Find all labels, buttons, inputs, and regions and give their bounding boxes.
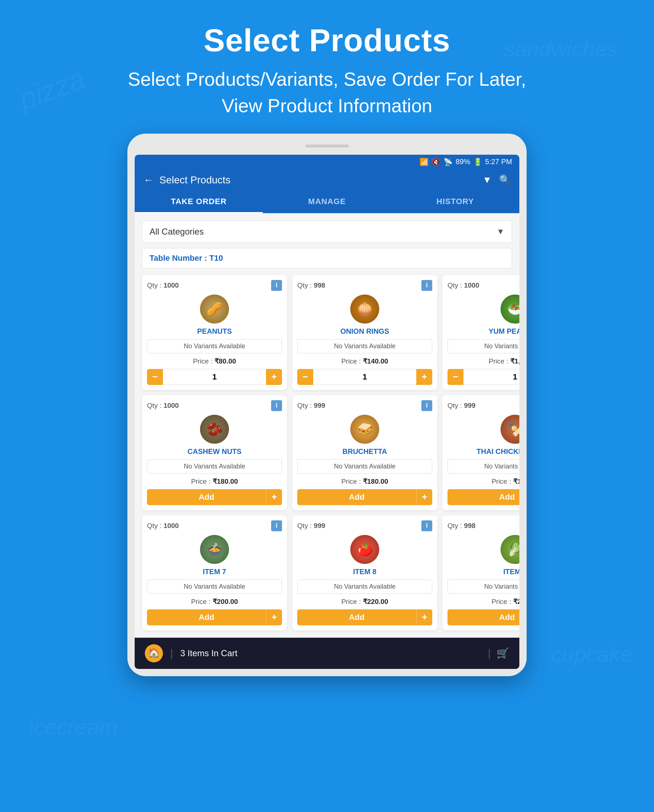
qty-label: Qty : 1000 [147,522,179,530]
add-plus-button[interactable]: + [416,489,432,505]
price-value: ₹140.00 [363,357,388,365]
qty-label: Qty : 998 [297,282,325,290]
tab-history[interactable]: HISTORY [391,191,520,213]
add-button[interactable]: Add [297,609,416,625]
qty-minus-button[interactable]: − [297,369,313,385]
add-button[interactable]: Add [448,489,520,505]
product-card: Qty : 1000 i 🫘 CASHEW NUTS No Variants A… [142,395,287,510]
tablet-notch [305,144,349,147]
card-header: Qty : 1000 i [147,400,282,411]
product-image: 🥜 [200,294,229,323]
product-name: BRUCHETTA [297,447,432,456]
qty-plus-button[interactable]: + [416,369,432,385]
price-text: Price : ₹200.00 [147,598,282,606]
add-plus-button[interactable]: + [416,609,432,625]
price-value: ₹200.00 [213,598,238,605]
qty-plus-button[interactable]: + [266,369,282,385]
cart-icon-button[interactable]: 🏠 [145,644,163,662]
price-value: ₹80.00 [214,357,236,365]
card-header: Qty : 998 i [448,520,520,531]
variants-box: No Variants Available [448,460,520,473]
qty-value: 999 [464,401,475,409]
add-button[interactable]: Add [147,609,266,625]
price-text: Price : ₹80.00 [147,357,282,365]
table-number-prefix: Table Number : [150,253,209,262]
battery-icon: 🔋 [473,158,482,166]
qty-label: Qty : 1000 [448,282,480,290]
product-name: THAI CHICKEN SATAY [448,447,520,456]
qty-stepper: − + [297,369,432,385]
add-button-row: Add + [297,489,432,505]
tab-take-order[interactable]: TAKE ORDER [134,191,263,213]
variants-box: No Variants Available [147,339,282,353]
add-button[interactable]: Add [297,489,416,505]
product-image: 🧅 [350,294,379,323]
card-header: Qty : 998 i [297,280,432,291]
info-button[interactable]: i [271,520,282,531]
product-name: PEANUTS [147,327,282,336]
category-dropdown[interactable]: All Categories ▼ [142,221,512,243]
price-value: ₹180.00 [213,478,238,485]
info-button[interactable]: i [271,400,282,411]
info-button[interactable]: i [421,520,432,531]
info-button[interactable]: i [421,280,432,291]
app-bar: ← Select Products ▼ 🔍 [134,169,520,191]
qty-input[interactable] [313,369,416,385]
tab-manage[interactable]: MANAGE [263,191,391,213]
product-image: 🫘 [200,415,229,444]
variants-box: No Variants Available [297,579,432,594]
cart-bar: 🏠 | 3 Items In Cart | 🛒 [134,638,520,669]
qty-value: 1000 [164,282,179,289]
qty-minus-button[interactable]: − [147,369,163,385]
add-button-row: Add + [448,609,520,625]
add-button[interactable]: Add [147,489,266,505]
card-header: Qty : 999 i [448,400,520,411]
add-plus-button[interactable]: + [266,489,282,505]
price-value: ₹180.00 [363,478,388,485]
price-text: Price : ₹180.00 [297,477,432,486]
add-button-row: Add + [448,489,520,505]
qty-input[interactable] [163,369,266,385]
content-area: All Categories ▼ Table Number : T10 Qty … [134,213,520,638]
price-value: ₹180.00 [513,478,520,485]
price-text: Price : ₹220.00 [297,598,432,606]
info-button[interactable]: i [271,280,282,291]
qty-value: 998 [464,522,475,530]
qty-label: Qty : 1000 [147,282,179,290]
tablet-screen: 📶 🔇 📡 89% 🔋 5:27 PM ← Select Products ▼ … [134,155,520,638]
qty-value: 1000 [464,282,479,289]
variants-box: No Variants Available [147,460,282,473]
product-image: 🥬 [500,535,520,564]
cart-shopping-icon[interactable]: 🛒 [497,647,509,659]
price-value: ₹220.00 [363,598,388,605]
add-button-row: Add + [147,609,282,625]
qty-label: Qty : 999 [297,522,325,530]
add-plus-button[interactable]: + [266,609,282,625]
search-icon[interactable]: 🔍 [499,174,510,185]
qty-value: 999 [313,401,325,409]
cart-divider-right: | [488,647,490,659]
product-name: YUM PEANUTS [448,327,520,336]
product-name: ITEM 9 [448,568,520,576]
price-text: Price : ₹140.00 [297,357,432,365]
products-grid: Qty : 1000 i 🥜 PEANUTS No Variants Avail… [142,275,512,630]
add-button[interactable]: Add [448,609,520,625]
page-subtitle: Select Products/Variants, Save Order For… [7,66,647,119]
back-button[interactable]: ← [144,174,154,186]
qty-input[interactable] [463,369,520,385]
card-header: Qty : 999 i [297,400,432,411]
price-text: Price : ₹180.00 [147,477,282,486]
dropdown-arrow-icon: ▼ [497,227,504,236]
product-card: Qty : 999 i 🥪 BRUCHETTA No Variants Avai… [292,395,437,510]
card-header: Qty : 1000 i [147,520,282,531]
price-value: ₹1,000.00 [510,357,520,365]
product-card: Qty : 999 i 🍢 THAI CHICKEN SATAY No Vari… [442,395,520,510]
signal-icon: 📡 [443,158,452,166]
product-card: Qty : 998 i 🥬 ITEM 9 No Variants Availab… [442,515,520,630]
info-button[interactable]: i [421,400,432,411]
product-image: 🥪 [350,415,379,444]
page-title: Select Products [7,22,647,59]
app-bar-left: ← Select Products [144,174,231,186]
filter-icon[interactable]: ▼ [482,174,492,185]
qty-minus-button[interactable]: − [448,369,463,385]
